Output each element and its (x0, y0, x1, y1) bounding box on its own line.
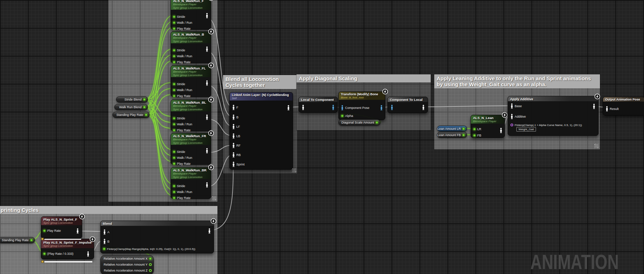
pin-b[interactable]: B (103, 239, 109, 244)
output-pin-dot[interactable] (143, 98, 146, 101)
node-play-als-n-sprint-f[interactable]: Play ALS_N_Sprint_F Sync group Locomotio… (41, 216, 82, 239)
pin-play-rate[interactable]: Play Rate (173, 161, 191, 166)
pose-output-person-icon[interactable] (206, 13, 208, 18)
pose-output-person-icon[interactable] (593, 104, 595, 109)
node-component-to-local[interactable]: Component To Local (387, 97, 428, 113)
pose-output-person-icon[interactable] (87, 251, 90, 257)
output-pin-dot[interactable] (145, 113, 148, 116)
fast-path-icon[interactable] (502, 112, 508, 118)
pin-play-rate[interactable]: Play Rate (173, 59, 191, 65)
pose-output-person-icon[interactable] (206, 182, 208, 188)
output-pin-dot[interactable] (462, 127, 465, 130)
pin-lb[interactable]: LB (232, 133, 240, 139)
fast-path-icon[interactable] (208, 0, 214, 1)
pin-a[interactable]: A (103, 229, 109, 235)
pin-additive[interactable]: Additive (510, 114, 526, 119)
fast-path-icon[interactable] (79, 214, 85, 220)
comment-resize-handle[interactable] (212, 196, 216, 200)
pin-stride[interactable]: Stride (173, 14, 185, 20)
pin-lf[interactable]: LF (232, 124, 240, 129)
fast-path-icon[interactable] (594, 94, 600, 99)
comment-title[interactable]: Blend all Locomotion Cycles together (223, 75, 297, 89)
fast-path-icon[interactable] (208, 29, 214, 35)
pose-output-person-icon[interactable] (76, 228, 79, 234)
component-pose-input-person-icon[interactable] (391, 105, 393, 110)
pin-base[interactable]: Base (510, 103, 522, 109)
pin-alpha[interactable]: Alpha (341, 113, 353, 119)
pose-output-person-icon[interactable] (206, 148, 208, 154)
pin-stride[interactable]: Stride (173, 183, 185, 189)
pin-walk-run[interactable]: Walk / Run (173, 121, 192, 127)
node-als-n-walkrun-fl[interactable]: ALS_N_WalkRun_FL Blendspace Player Sync … (171, 65, 211, 97)
output-pin-dot[interactable] (462, 134, 465, 136)
node-transform-modify-bone[interactable]: Transform (Modify) Bone Bone: ik_foot_ro… (338, 91, 385, 120)
pin-f[interactable]: F (232, 105, 238, 110)
pose-output-person-icon[interactable] (206, 114, 208, 120)
pin-lr[interactable]: LR (473, 126, 481, 132)
fast-path-icon[interactable] (208, 130, 214, 136)
pin-fb[interactable]: FB (473, 133, 481, 138)
pin-rf[interactable]: RF (232, 143, 241, 148)
pin-walk-run[interactable]: Walk / Run (173, 189, 192, 195)
node-output-animation-pose[interactable]: Output Animation Pose Result (603, 97, 644, 116)
comment-resize-handle[interactable] (292, 168, 296, 172)
node-als-n-walkrun-b[interactable]: ALS_N_WalkRun_B Blendspace Player Sync g… (171, 31, 211, 63)
fast-path-icon[interactable] (208, 164, 214, 170)
pose-output-person-icon[interactable] (500, 128, 502, 133)
pin-rb[interactable]: RB (232, 152, 241, 158)
fast-path-icon[interactable] (210, 218, 216, 224)
pin-stride[interactable]: Stride (173, 116, 185, 121)
output-pin-dot[interactable] (149, 257, 152, 260)
component-pose-output-person-icon[interactable] (380, 105, 383, 111)
pin-play-rate[interactable]: Play Rate (173, 26, 191, 31)
node-als-n-walkrun-fr[interactable]: ALS_N_WalkRun_FR Blendspace Player Sync … (171, 133, 211, 165)
node-local-to-component[interactable]: Local To Component (299, 97, 338, 113)
node-blend[interactable]: Blend A B FInterp(Clamp(Map Range(Alpha,… (100, 221, 214, 253)
pill-standing-play-rate[interactable]: Standing Play Rate (113, 112, 150, 118)
pill-lean-amount-fb[interactable]: Lean Amount FB (437, 132, 467, 138)
pin-stride[interactable]: Stride (173, 47, 185, 53)
pin-play-rate[interactable]: Play Rate (43, 228, 61, 234)
pill-walk-run-blend[interactable]: Walk Run Blend (114, 104, 148, 110)
comment-title[interactable]: Apply Leaning Additive to only the Run a… (434, 74, 600, 88)
pin-play-rate[interactable]: Play Rate (173, 93, 191, 99)
pill-stride-blend[interactable]: Stride Blend (116, 96, 148, 103)
pin-play-rate[interactable]: Play Rate (173, 195, 191, 201)
pin-play-rate-expression[interactable]: (Play Rate / 0.333) (43, 251, 73, 257)
node-als-n-walkrun-bl[interactable]: ALS_N_WalkRun_BL Blendspace Player Sync … (171, 99, 211, 131)
pin-walk-run[interactable]: Walk / Run (173, 20, 192, 25)
comment-resize-handle[interactable] (594, 144, 599, 148)
pose-output-person-icon[interactable] (206, 46, 208, 52)
fast-path-icon[interactable] (208, 97, 214, 103)
comment-title[interactable]: printing Cycles (0, 206, 217, 214)
pin-play-rate[interactable]: Play Rate (173, 127, 191, 133)
pill-relative-acceleration-y[interactable]: Relative Acceleration Amount Y (101, 261, 153, 267)
pill-relative-acceleration-z[interactable]: Relative Acceleration Amount Z (101, 267, 153, 273)
alpha-curve-name-box[interactable]: Weight_Gait (516, 127, 536, 132)
output-pin-dot[interactable] (143, 106, 146, 109)
pin-walk-run[interactable]: Walk / Run (173, 53, 192, 59)
pillgroup-relative-acceleration[interactable]: Relative Acceleration Amount X Relative … (100, 255, 154, 274)
pin-stride[interactable]: Stride (173, 81, 185, 87)
pill-diagonal-scale-amount[interactable]: Diagonal Scale Amount (338, 119, 380, 126)
pin-walk-run[interactable]: Walk / Run (173, 87, 192, 93)
pose-output-person-icon[interactable] (287, 105, 290, 111)
output-pin-dot[interactable] (375, 121, 378, 124)
node-play-als-n-sprint-f-impulse[interactable]: Play ALS_N_Sprint_F_Impulse Sync group L… (41, 239, 94, 259)
component-pose-output-person-icon[interactable] (332, 105, 335, 110)
pin-walk-run[interactable]: Walk / Run (173, 155, 192, 161)
pin-component-pose[interactable]: Component Pose (341, 105, 370, 111)
node-als-n-lean[interactable]: ALS_N_Lean Blendspace Player LR FB (471, 115, 505, 138)
pin-sprint[interactable]: Sprint (232, 162, 245, 167)
pose-output-person-icon[interactable] (208, 228, 211, 234)
node-als-n-walkrun-br[interactable]: ALS_N_WalkRun_BR Blendspace Player Sync … (171, 167, 211, 199)
pill-standing-play-rate-bottom[interactable]: Standing Play Rate (0, 237, 35, 243)
output-pin-dot[interactable] (149, 269, 152, 272)
pill-relative-acceleration-x[interactable]: Relative Acceleration Amount X (101, 256, 153, 261)
pin-stride[interactable]: Stride (173, 149, 185, 155)
pin-result[interactable]: Result (606, 106, 619, 112)
pin-b[interactable]: B (232, 114, 238, 120)
comment-title[interactable]: Apply Diagonal Scaling (296, 74, 431, 82)
pose-output-person-icon[interactable] (206, 80, 208, 86)
output-pin-dot[interactable] (149, 263, 152, 266)
